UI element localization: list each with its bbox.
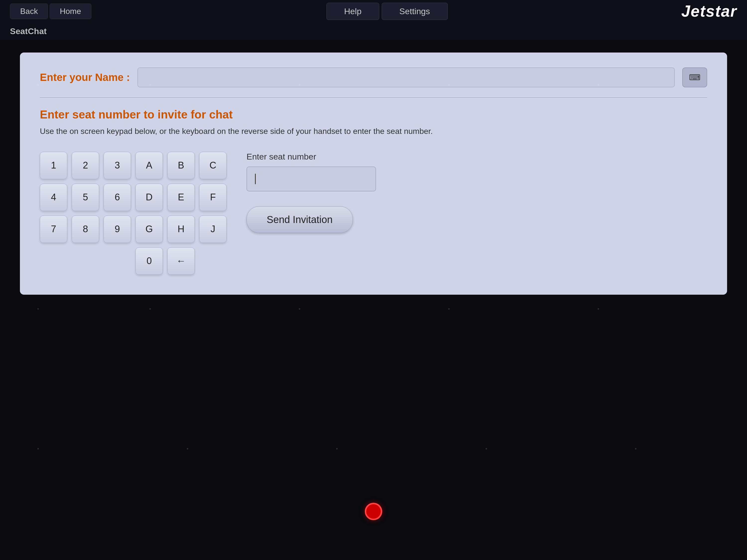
keyboard-icon: ⌨	[689, 73, 700, 82]
settings-button[interactable]: Settings	[382, 3, 448, 20]
seat-chat-section: Enter seat number to invite for chat Use…	[40, 108, 707, 275]
key-0[interactable]: 0	[135, 247, 163, 275]
name-label: Enter your Name :	[40, 72, 130, 83]
seat-input-section: Enter seat number Send Invitation	[247, 152, 707, 233]
seat-number-display[interactable]	[247, 166, 376, 191]
key-d[interactable]: D	[135, 184, 163, 211]
record-indicator	[365, 503, 382, 520]
brand-logo: Jetstar	[681, 2, 737, 20]
name-input-row: Enter your Name : ⌨	[40, 68, 707, 98]
keyboard-toggle-button[interactable]: ⌨	[682, 68, 707, 87]
seat-section-description: Use the on screen keypad below, or the k…	[40, 126, 707, 137]
key-j[interactable]: J	[199, 216, 227, 243]
key-8[interactable]: 8	[72, 216, 99, 243]
name-input[interactable]	[137, 68, 675, 87]
key-3[interactable]: 3	[104, 152, 131, 179]
send-invitation-button[interactable]: Send Invitation	[247, 206, 353, 233]
key-e[interactable]: E	[167, 184, 195, 211]
key-1[interactable]: 1	[40, 152, 67, 179]
key-a[interactable]: A	[135, 152, 163, 179]
seat-input-label: Enter seat number	[247, 152, 707, 162]
keypad-container: 1 2 3 A B C 4 5 6 D E F 7 8 9	[40, 152, 227, 275]
back-button[interactable]: Back	[10, 3, 48, 19]
sub-navigation: SeatChat	[0, 22, 747, 40]
text-cursor	[255, 174, 256, 184]
seat-layout: 1 2 3 A B C 4 5 6 D E F 7 8 9	[40, 152, 707, 275]
key-2[interactable]: 2	[72, 152, 99, 179]
help-button[interactable]: Help	[327, 3, 379, 20]
top-navigation: Back Home Help Settings Jetstar	[0, 0, 747, 22]
key-f[interactable]: F	[199, 184, 227, 211]
key-4[interactable]: 4	[40, 184, 67, 211]
key-6[interactable]: 6	[104, 184, 131, 211]
backspace-key[interactable]: ←	[167, 247, 195, 275]
seat-section-title: Enter seat number to invite for chat	[40, 108, 707, 121]
keypad-grid: 1 2 3 A B C 4 5 6 D E F 7 8 9	[40, 152, 227, 275]
key-9[interactable]: 9	[104, 216, 131, 243]
key-7[interactable]: 7	[40, 216, 67, 243]
key-b[interactable]: B	[167, 152, 195, 179]
key-5[interactable]: 5	[72, 184, 99, 211]
key-h[interactable]: H	[167, 216, 195, 243]
app-name: SeatChat	[10, 26, 47, 36]
home-button[interactable]: Home	[50, 3, 91, 19]
main-card: Enter your Name : ⌨ Enter seat number to…	[20, 53, 727, 295]
key-c[interactable]: C	[199, 152, 227, 179]
key-g[interactable]: G	[135, 216, 163, 243]
